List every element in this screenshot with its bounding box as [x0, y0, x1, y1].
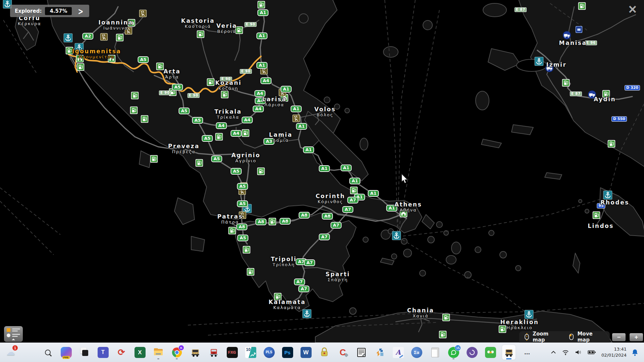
taskbar-photoshop[interactable]: Ps — [281, 345, 294, 360]
taskbar-notes-app[interactable] — [355, 345, 368, 360]
taskbar-ets2-shortcut[interactable] — [189, 345, 202, 360]
city-label-tripoli[interactable]: TripoliΤρίπολη — [271, 256, 297, 267]
notification-badge: 15 — [455, 345, 461, 351]
gas-icon — [131, 92, 139, 100]
gas-icon — [243, 246, 251, 254]
taskbar-teams[interactable]: T — [96, 345, 110, 360]
taskbar-ets2-running[interactable] — [502, 345, 516, 360]
city-label-arta[interactable]: ArtaΆρτα — [163, 68, 180, 79]
map-legend-button[interactable] — [4, 326, 23, 342]
battery-icon[interactable] — [587, 349, 597, 355]
taskbar-file-explorer[interactable] — [152, 345, 165, 360]
road-shield-a4: A4 — [216, 122, 227, 129]
city-label-preveza[interactable]: PrevezaΠρέβεζα — [168, 143, 200, 154]
dealer-icon — [562, 31, 571, 40]
gas-icon — [562, 79, 570, 87]
profile-badge: K — [178, 345, 184, 351]
road-shield-a4: A4 — [230, 130, 241, 137]
road-shield-a7: A7 — [304, 259, 315, 266]
road-shield-a8: A8 — [255, 219, 266, 225]
wifi-icon[interactable] — [561, 349, 570, 356]
taskbar-weather-widget[interactable]: ☁1 — [4, 345, 17, 360]
taskbar-chrome[interactable]: K — [170, 345, 183, 360]
taskbar-ccleaner[interactable]: C — [336, 345, 350, 360]
city-label-agrinio[interactable]: AgrinioΑγρίνιο — [231, 152, 261, 163]
taskbar-search-button[interactable] — [41, 345, 54, 360]
gas-icon — [608, 140, 615, 148]
city-label-kozani[interactable]: KozaniΚοζάνη — [215, 79, 242, 91]
city-label-corinth[interactable]: CorinthΚόρινθος — [316, 193, 345, 204]
city-label-lindos[interactable]: Lindos — [588, 223, 614, 229]
city-label-chania[interactable]: ChaniaΧανιά — [407, 307, 434, 318]
ferry-icon — [535, 57, 544, 66]
road-shield-a1: A1 — [256, 33, 267, 39]
legend-square-icon — [7, 328, 10, 332]
city-label-igoumenitsa[interactable]: IgoumenitsaΗγουμενίτσα — [72, 48, 121, 59]
city-label-izmir[interactable]: Izmir — [546, 61, 567, 68]
city-label-heraklion[interactable]: HeraklionΗράκλειο — [500, 319, 539, 330]
city-label-larisa[interactable]: LarisaΛάρισα — [262, 96, 286, 107]
city-label-athens[interactable]: AthensΑθήνα — [394, 201, 422, 213]
taskbar-sync-app[interactable]: ⟳ — [115, 345, 128, 360]
road-shield-a2: A2 — [82, 33, 93, 40]
world-map[interactable]: A2A5A5A5A5A5A5A5A5A5A5A4A4A4A4A4A4A4A1A1… — [0, 0, 644, 343]
taskbar-password-app[interactable] — [318, 345, 331, 360]
road-shield-a5: A5 — [211, 156, 222, 162]
explored-expand-button[interactable]: > — [75, 6, 86, 16]
road-shield-a5: A5 — [138, 56, 149, 63]
ferry-icon — [525, 310, 534, 319]
taskbar-start-button[interactable] — [22, 345, 36, 360]
close-map-button[interactable]: × — [626, 2, 639, 17]
viewpoint-icon — [100, 33, 108, 41]
explored-label: Explored: — [15, 8, 42, 14]
ferry-icon — [303, 309, 312, 318]
city-label-veria[interactable]: VeriaΒέροια — [216, 22, 237, 34]
city-label-kalamata[interactable]: KalamataΚαλαμάτα — [269, 299, 306, 310]
city-label-trikala[interactable]: TrikalaΤρίκαλα — [214, 108, 242, 120]
notification-bell-icon[interactable] — [631, 348, 639, 357]
taskbar-bittorrent[interactable] — [465, 345, 479, 360]
taskbar-excel[interactable]: X — [133, 345, 147, 360]
taskbar-editor-app[interactable]: A — [391, 345, 405, 360]
taskbar-whatsapp[interactable]: 15 — [447, 345, 460, 360]
notification-badge: 1 — [12, 345, 18, 351]
tray-clock[interactable]: 13:41 02/01/2024 — [601, 346, 627, 358]
taskbar-word[interactable]: W — [299, 345, 313, 360]
road-shield-a5: A5 — [230, 168, 241, 175]
zoom-out-button[interactable]: − — [612, 333, 626, 341]
city-label-aydin[interactable]: Aydin — [594, 96, 616, 103]
city-label-lamia[interactable]: LamiaΛαμία — [269, 131, 292, 143]
road-shield-a4: A4 — [241, 117, 253, 123]
taskbar-task-view[interactable] — [78, 345, 91, 360]
company-icon — [576, 26, 583, 33]
zoom-in-button[interactable]: + — [630, 333, 643, 341]
taskbar-pls-app[interactable]: PLS — [262, 345, 276, 360]
taskbar-ats-shortcut[interactable] — [207, 345, 220, 360]
system-tray: 13:41 02/01/2024 — [550, 343, 639, 362]
tray-chevron-icon[interactable] — [550, 350, 557, 355]
gas-icon — [141, 115, 149, 123]
city-label-ioannina[interactable]: IoanninaΙωάννινα — [98, 19, 133, 31]
city-label-volos[interactable]: VolosΒόλος — [314, 106, 336, 117]
taskbar-overflow-menu[interactable]: … — [521, 345, 534, 360]
road-shield-a1: A1 — [257, 9, 268, 16]
city-label-patras[interactable]: PatrasΠάτρα — [217, 213, 243, 225]
taskbar-math-app[interactable]: Σα — [410, 345, 423, 360]
gas-icon — [258, 1, 265, 9]
city-label-rhodes[interactable]: Rhodes — [600, 199, 629, 206]
ferry-icon — [64, 34, 73, 43]
gas-icon — [215, 133, 223, 141]
city-label-kastoria[interactable]: KastoriaΚαστοριά — [181, 17, 215, 29]
city-label-sparti[interactable]: SpartiΣπάρτη — [325, 271, 350, 282]
taskbar-fxg-app[interactable]: FXG — [225, 345, 239, 360]
taskbar-text-document[interactable] — [428, 345, 442, 360]
road-shield-a1: A1 — [349, 178, 360, 184]
taskbar-stats-app[interactable]: 10 — [244, 345, 257, 360]
taskbar-shop-app[interactable] — [484, 345, 497, 360]
volume-icon[interactable] — [574, 349, 582, 356]
taskbar-copilot[interactable]: PRE — [59, 345, 73, 360]
taskbar-transfer-app[interactable] — [373, 345, 386, 360]
city-label-manisa[interactable]: Manisa — [559, 40, 587, 46]
tray-date: 02/01/2024 — [601, 352, 627, 358]
mouse-scroll-icon — [524, 333, 530, 341]
